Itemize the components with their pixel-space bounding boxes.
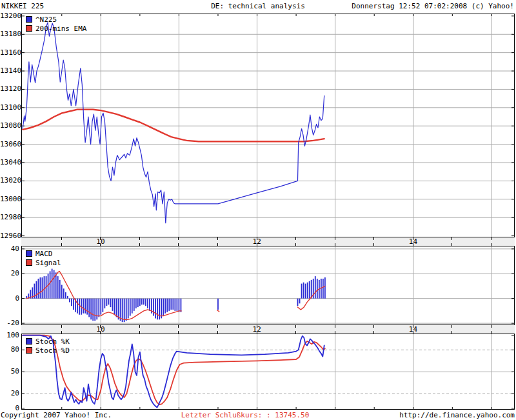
- series-200-mins EMA: [23, 110, 324, 142]
- x-tick: [217, 325, 218, 328]
- x-tick: [413, 331, 413, 334]
- y-axis-label: 13120: [0, 85, 19, 93]
- x-tick: [139, 243, 140, 246]
- chart-timestamp: Donnerstag 12:52 07:02:2008 (c) Yahoo!: [352, 2, 514, 11]
- x-tick: [295, 331, 296, 334]
- x-tick: [139, 325, 140, 328]
- y-axis-label: 100: [0, 331, 19, 339]
- x-tick: [178, 325, 179, 328]
- blue-square-icon: [26, 338, 32, 345]
- y-axis-label: 13040: [0, 158, 19, 166]
- macd-plot: [22, 246, 514, 325]
- red-square-icon: [26, 259, 32, 266]
- legend-item: Signal: [26, 259, 61, 268]
- x-tick: [61, 237, 62, 240]
- x-tick: [452, 331, 452, 334]
- legend-item: ^N225: [26, 15, 86, 25]
- x-tick: [295, 243, 296, 246]
- x-tick: [491, 325, 491, 328]
- series-Signal: [217, 310, 219, 312]
- red-square-icon: [26, 25, 32, 32]
- legend-label: 200-mins EMA: [35, 25, 86, 33]
- y-axis-label: 13140: [0, 66, 19, 75]
- x-tick: [257, 325, 257, 328]
- macd-panel: [21, 246, 515, 325]
- y-axis-label: 80: [0, 345, 19, 354]
- x-tick: [100, 325, 101, 328]
- y-axis-label: 13200: [0, 12, 19, 20]
- x-tick: [491, 243, 491, 246]
- x-tick: [61, 331, 62, 334]
- x-tick: [217, 243, 218, 246]
- x-tick: [491, 331, 491, 334]
- legend-label: MACD: [35, 250, 53, 258]
- x-tick: [413, 243, 413, 246]
- x-tick: [335, 243, 335, 246]
- legend-label: Signal: [35, 259, 61, 267]
- x-tick: [413, 237, 413, 240]
- x-tick: [100, 331, 101, 334]
- x-tick: [295, 237, 296, 240]
- x-tick: [178, 237, 179, 240]
- legend-item: Stoch %K: [26, 337, 70, 346]
- y-axis-label: 13020: [0, 176, 19, 185]
- x-tick: [257, 331, 257, 334]
- x-tick: [373, 331, 374, 334]
- blue-square-icon: [26, 250, 32, 257]
- x-tick: [100, 237, 101, 240]
- x-axis-strip-top: 101214: [21, 237, 515, 246]
- x-tick: [217, 331, 218, 334]
- technical-analysis-chart: NIKKEI 225 DE: technical analysis Donner…: [0, 0, 516, 420]
- y-axis-label: 0: [0, 294, 19, 303]
- x-tick: [373, 237, 374, 240]
- stochastic-plot: [22, 334, 514, 409]
- legend-item: MACD: [26, 250, 61, 259]
- x-tick: [178, 331, 179, 334]
- x-tick: [178, 243, 179, 246]
- x-tick: [139, 237, 140, 240]
- macd-legend: MACD Signal: [26, 250, 61, 268]
- legend-item: Stoch %D: [26, 346, 70, 355]
- price-plot: [22, 14, 514, 237]
- y-axis-label: 13080: [0, 121, 19, 130]
- y-axis-label: 20: [0, 269, 19, 277]
- blue-square-icon: [26, 16, 32, 23]
- y-axis-label: 13000: [0, 195, 19, 203]
- x-tick: [139, 331, 140, 334]
- y-axis-label: 13060: [0, 140, 19, 148]
- y-axis-label: 40: [0, 245, 19, 253]
- macd-bars: [26, 269, 325, 323]
- x-tick: [61, 325, 62, 328]
- x-tick: [217, 237, 218, 240]
- stoch-legend: Stoch %K Stoch %D: [26, 337, 70, 355]
- price-legend: ^N225 200-mins EMA: [26, 15, 86, 34]
- price-panel: [21, 14, 515, 237]
- x-tick: [335, 325, 335, 328]
- legend-label: Stoch %K: [35, 337, 70, 346]
- x-tick: [452, 237, 452, 240]
- y-axis-label: 20: [0, 389, 19, 397]
- y-axis-label: 50: [0, 367, 19, 375]
- y-axis-label: 0: [0, 404, 19, 412]
- x-tick: [257, 243, 257, 246]
- y-axis-label: 12980: [0, 213, 19, 221]
- x-tick: [491, 237, 491, 240]
- legend-label: Stoch %D: [35, 346, 70, 355]
- legend-label: ^N225: [35, 15, 57, 24]
- source-url-text: http://de.finance.yahoo.com: [399, 411, 515, 420]
- y-axis-label: 12960: [0, 232, 19, 240]
- x-tick: [373, 325, 374, 328]
- x-axis-strip-bottom: 101214: [21, 325, 515, 334]
- y-axis-label: 13100: [0, 103, 19, 112]
- y-axis-label: 13160: [0, 48, 19, 57]
- x-tick: [452, 243, 452, 246]
- x-tick: [257, 237, 257, 240]
- stochastic-panel: [21, 334, 515, 410]
- red-square-icon: [26, 347, 32, 354]
- x-tick: [295, 325, 296, 328]
- x-tick: [61, 243, 62, 246]
- legend-item: 200-mins EMA: [26, 25, 86, 34]
- x-tick: [413, 325, 413, 328]
- x-tick: [100, 243, 101, 246]
- y-axis-label: 13180: [0, 30, 19, 38]
